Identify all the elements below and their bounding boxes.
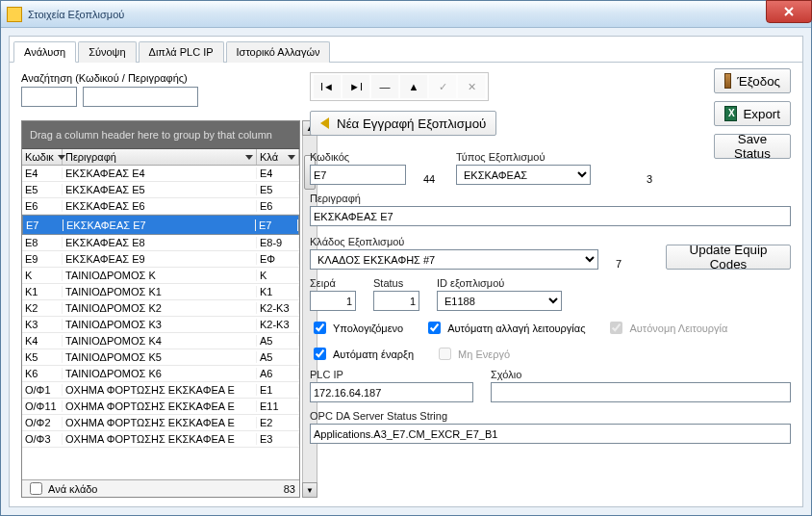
- nav-last-button[interactable]: ►I: [343, 75, 369, 98]
- table-cell: ΤΑΙΝΙΟΔΡΟΜΟΣ K1: [63, 286, 257, 297]
- col-header-branch[interactable]: Κλά: [257, 149, 299, 165]
- search-desc-input[interactable]: [83, 87, 198, 107]
- grid-total: 83: [284, 483, 295, 495]
- nav-edit-button[interactable]: ✓: [429, 75, 456, 98]
- branch-label: Κλάδος Εξοπλισμού: [310, 236, 598, 247]
- dropdown-icon[interactable]: [245, 155, 253, 160]
- table-row[interactable]: K2ΤΑΙΝΙΟΔΡΟΜΟΣ K2K2-K3: [22, 300, 299, 317]
- tab-summary[interactable]: Σύνοψη: [78, 41, 136, 63]
- new-record-button[interactable]: Νέα Εγγραφή Εξοπλισμού: [310, 111, 496, 136]
- table-row[interactable]: Ο/Φ11ΟΧΗΜΑ ΦΟΡΤΩΣΗΣ ΕΚΣΚΑΦΕΑ ΕE11: [22, 399, 299, 415]
- tab-analysis[interactable]: Ανάλυση: [13, 41, 76, 63]
- grid-header: Κωδικ Περιγραφή Κλά: [22, 149, 299, 166]
- grid-body[interactable]: E4ΕΚΣΚΑΦΕΑΣ Ε4E4E5ΕΚΣΚΑΦΕΑΣ Ε5E5E6ΕΚΣΚΑΦ…: [22, 166, 299, 479]
- type-number: 3: [647, 170, 662, 185]
- comment-label: Σχόλιο: [491, 369, 791, 380]
- table-row[interactable]: E6ΕΚΣΚΑΦΕΑΣ Ε6E6: [22, 198, 299, 215]
- computed-check[interactable]: [314, 322, 326, 334]
- col-header-code[interactable]: Κωδικ: [22, 149, 63, 165]
- desc-label: Περιγραφή: [310, 193, 791, 204]
- table-row[interactable]: Ο/Φ1ΟΧΗΜΑ ΦΟΡΤΩΣΗΣ ΕΚΣΚΑΦΕΑ ΕE1: [22, 382, 299, 399]
- comment-input[interactable]: [491, 382, 791, 402]
- table-cell: E5: [257, 184, 299, 195]
- table-cell: ΤΑΙΝΙΟΔΡΟΜΟΣ K4: [63, 335, 257, 347]
- branch-select[interactable]: ΚΛΑΔΟΣ ΕΚΣΚΑΦΗΣ #7: [310, 249, 598, 270]
- check-label: Αυτόματη έναρξη: [333, 348, 414, 360]
- auto-mode-checkbox[interactable]: Αυτόματη αλλαγή λειτουργίας: [424, 319, 585, 337]
- last-icon: ►I: [349, 81, 363, 92]
- dropdown-icon[interactable]: [288, 155, 295, 160]
- window-title: Στοιχεία Εξοπλισμού: [28, 9, 124, 20]
- tab-label: Ιστορικό Αλλαγών: [237, 46, 320, 58]
- table-row[interactable]: E5ΕΚΣΚΑΦΕΑΣ Ε5E5: [22, 182, 299, 198]
- per-branch-checkbox[interactable]: Ανά κλάδο: [26, 479, 98, 498]
- tab-history[interactable]: Ιστορικό Αλλαγών: [226, 41, 331, 63]
- nav-first-button[interactable]: I◄: [314, 75, 341, 98]
- export-button[interactable]: Export: [714, 101, 791, 126]
- type-select[interactable]: ΕΚΣΚΑΦΕΑΣ: [456, 165, 591, 185]
- code-input[interactable]: [310, 165, 406, 185]
- update-equip-button[interactable]: Update Equip Codes: [666, 245, 791, 270]
- table-row[interactable]: K6ΤΑΙΝΙΟΔΡΟΜΟΣ K6A6: [22, 366, 299, 382]
- table-cell: ΤΑΙΝΙΟΔΡΟΜΟΣ K5: [63, 351, 257, 363]
- auto-start-checkbox[interactable]: Αυτόματη έναρξη: [310, 345, 414, 363]
- computed-checkbox[interactable]: Υπολογιζόμενο: [310, 319, 403, 337]
- button-label: Export: [743, 107, 780, 121]
- table-row[interactable]: KΤΑΙΝΙΟΔΡΟΜΟΣ KK: [22, 268, 299, 284]
- auto-start-check[interactable]: [314, 348, 326, 360]
- table-row[interactable]: E9ΕΚΣΚΑΦΕΑΣ Ε9ΕΦ: [22, 251, 299, 268]
- opc-input[interactable]: [310, 424, 791, 444]
- table-cell: K1: [257, 286, 299, 297]
- button-label: Update Equip Codes: [676, 243, 780, 271]
- grid-footer: Ανά κλάδο 83: [22, 479, 299, 497]
- equip-id-select[interactable]: E1188: [437, 291, 562, 311]
- table-cell: E8: [22, 237, 63, 248]
- check-icon: ✓: [439, 81, 447, 93]
- series-input[interactable]: [310, 291, 356, 311]
- table-cell: ΤΑΙΝΙΟΔΡΟΜΟΣ K2: [63, 302, 257, 314]
- exit-button[interactable]: Έξοδος: [714, 68, 791, 93]
- table-cell: Ο/Φ2: [22, 417, 63, 428]
- title-bar[interactable]: Στοιχεία Εξοπλισμού: [1, 1, 811, 28]
- table-row[interactable]: E8ΕΚΣΚΑΦΕΑΣ Ε8E8-9: [22, 235, 299, 251]
- table-row[interactable]: Ο/Φ2ΟΧΗΜΑ ΦΟΡΤΩΣΗΣ ΕΚΣΚΑΦΕΑ ΕE2: [22, 415, 299, 431]
- table-cell: K2-K3: [257, 319, 299, 330]
- table-row[interactable]: K4ΤΑΙΝΙΟΔΡΟΜΟΣ K4A5: [22, 333, 299, 349]
- minus-icon: —: [380, 81, 391, 92]
- equipment-grid[interactable]: Drag a column header here to group by th…: [21, 120, 300, 498]
- col-header-desc[interactable]: Περιγραφή: [63, 149, 257, 165]
- save-status-button[interactable]: Save Status: [714, 134, 791, 159]
- table-row[interactable]: K1ΤΑΙΝΙΟΔΡΟΜΟΣ K1K1: [22, 284, 299, 300]
- per-branch-label: Ανά κλάδο: [48, 483, 98, 495]
- plc-label: PLC IP: [310, 369, 473, 380]
- status-label: Status: [373, 277, 419, 289]
- table-cell: ΤΑΙΝΙΟΔΡΟΜΟΣ K3: [63, 319, 257, 330]
- table-cell: ΟΧΗΜΑ ΦΟΡΤΩΣΗΣ ΕΚΣΚΑΦΕΑ Ε: [63, 384, 257, 396]
- up-icon: ▲: [409, 81, 419, 92]
- close-button[interactable]: [766, 0, 812, 23]
- desc-input[interactable]: [310, 206, 791, 226]
- table-row[interactable]: E4ΕΚΣΚΑΦΕΑΣ Ε4E4: [22, 166, 299, 182]
- table-cell: ΟΧΗΜΑ ΦΟΡΤΩΣΗΣ ΕΚΣΚΑΦΕΑ Ε: [63, 400, 257, 412]
- table-cell: K1: [22, 286, 63, 297]
- table-row[interactable]: Ο/Φ3ΟΧΗΜΑ ΦΟΡΤΩΣΗΣ ΕΚΣΚΑΦΕΑ ΕE3: [22, 431, 299, 448]
- table-row[interactable]: K3ΤΑΙΝΙΟΔΡΟΜΟΣ K3K2-K3: [22, 317, 299, 333]
- tab-dup-plc[interactable]: Διπλά PLC IP: [139, 41, 224, 63]
- per-branch-check[interactable]: [30, 482, 42, 495]
- record-nav-toolbar: I◄ ►I — ▲ ✓ ✕: [310, 72, 489, 101]
- plc-input[interactable]: [310, 382, 473, 402]
- table-row[interactable]: E7ΕΚΣΚΑΦΕΑΣ Ε7E7: [22, 215, 299, 235]
- grid-group-panel[interactable]: Drag a column header here to group by th…: [22, 121, 299, 149]
- status-input[interactable]: [373, 291, 419, 311]
- table-cell: E5: [22, 184, 63, 195]
- search-code-input[interactable]: [21, 87, 77, 107]
- nav-post-button[interactable]: ▲: [400, 75, 427, 98]
- table-cell: E7: [256, 219, 298, 231]
- nav-cancel-button[interactable]: ✕: [458, 75, 485, 98]
- auto-mode-check[interactable]: [428, 322, 441, 334]
- check-label: Μη Ενεργό: [458, 348, 510, 360]
- nav-delete-button[interactable]: —: [371, 75, 398, 98]
- table-cell: ΟΧΗΜΑ ΦΟΡΤΩΣΗΣ ΕΚΣΚΑΦΕΑ Ε: [63, 433, 257, 445]
- series-label: Σειρά: [310, 277, 356, 289]
- table-row[interactable]: K5ΤΑΙΝΙΟΔΡΟΜΟΣ K5A5: [22, 349, 299, 366]
